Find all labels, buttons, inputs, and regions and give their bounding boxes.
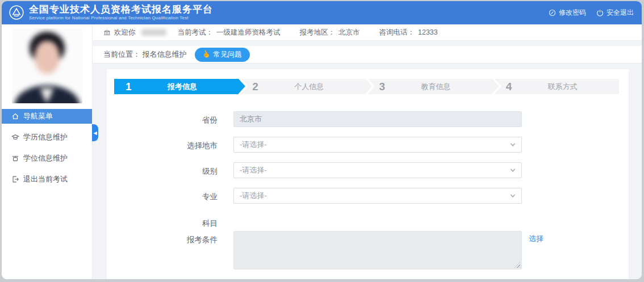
faq-button-label: 常见问题 xyxy=(214,50,242,60)
breadcrumb-label: 当前位置： xyxy=(103,50,140,58)
greeting-label: 欢迎你 xyxy=(114,28,136,37)
city-select-value: -请选择- xyxy=(240,140,267,150)
major-label: 专业 xyxy=(113,188,233,202)
main-content: 欢迎你 当前考试： 一级建造师资格考试 报考地区： 北京市 咨询电话： 1233… xyxy=(93,24,642,279)
level-label: 级别 xyxy=(113,162,233,176)
region-label: 报考地区： xyxy=(300,28,336,37)
sidebar-item-degree-info[interactable]: 学位信息维护 xyxy=(2,151,92,166)
conditions-textarea xyxy=(233,231,522,270)
step-number: 1 xyxy=(114,81,132,93)
city-select[interactable]: -请选择- xyxy=(233,137,522,153)
welcome-bar: 欢迎你 当前考试： 一级建造师资格考试 报考地区： 北京市 咨询电话： 1233… xyxy=(93,24,642,41)
home-icon xyxy=(11,112,19,120)
sidebar-item-exit-current-exam[interactable]: 退出当前考试 xyxy=(2,172,92,187)
logout-icon xyxy=(11,175,19,183)
sidebar-item-education-info[interactable]: 学历信息维护 xyxy=(2,130,92,145)
step-contact-info[interactable]: 4 联系方式 xyxy=(495,79,619,94)
current-exam-label: 当前考试： xyxy=(178,28,214,37)
header-bar: 全国专业技术人员资格考试报名服务平台 Service platform for … xyxy=(2,1,642,24)
city-label: 选择地市 xyxy=(113,137,233,151)
conditions-select-link[interactable]: 选择 xyxy=(529,234,543,244)
step-label: 个人信息 xyxy=(258,82,366,92)
step-personal-info[interactable]: 2 个人信息 xyxy=(241,79,365,94)
sidebar-item-label: 退出当前考试 xyxy=(23,174,68,184)
change-password-label: 修改密码 xyxy=(559,8,586,18)
resize-handle-icon[interactable] xyxy=(515,262,520,268)
sidebar-collapse-toggle[interactable]: ◀ xyxy=(92,124,98,141)
app-window: 全国专业技术人员资格考试报名服务平台 Service platform for … xyxy=(2,1,642,279)
page-subtitle: Service platform for National Profession… xyxy=(29,16,213,21)
chevron-down-icon xyxy=(510,167,516,173)
safe-logout-button[interactable]: 安全退出 xyxy=(596,8,634,18)
platform-logo-icon xyxy=(9,5,24,20)
edit-circle-icon xyxy=(549,9,556,16)
breadcrumb: 当前位置： 报名信息维护 xyxy=(103,49,187,60)
redacted-username xyxy=(141,29,166,36)
region-value: 北京市 xyxy=(338,28,360,37)
major-select-value: -请选择- xyxy=(240,191,267,201)
conditions-label: 报考条件 xyxy=(113,231,233,245)
province-label: 省份 xyxy=(113,111,233,125)
step-label: 报考信息 xyxy=(132,82,239,92)
sidebar: 导航菜单 学历信息维护 学位信息维护 xyxy=(2,24,93,279)
power-icon xyxy=(596,9,604,16)
province-field xyxy=(233,111,522,127)
change-password-button[interactable]: 修改密码 xyxy=(549,8,586,18)
step-label: 联系方式 xyxy=(512,82,619,92)
page-title: 全国专业技术人员资格考试报名服务平台 xyxy=(29,5,213,15)
hotline-value: 12333 xyxy=(418,28,438,36)
sidebar-item-label: 导航菜单 xyxy=(23,111,53,121)
major-select[interactable]: -请选择- xyxy=(233,188,522,204)
step-education-info[interactable]: 3 教育信息 xyxy=(368,79,492,94)
safe-logout-label: 安全退出 xyxy=(607,8,634,18)
faq-button[interactable]: ☝ 常见问题 xyxy=(195,48,250,62)
step-registration-info[interactable]: 1 报考信息 xyxy=(114,79,239,94)
chevron-down-icon xyxy=(510,193,516,199)
degree-icon xyxy=(11,154,19,162)
sidebar-item-label: 学位信息维护 xyxy=(23,153,68,163)
sidebar-item-navigation-menu[interactable]: 导航菜单 xyxy=(2,109,92,124)
registration-form-card: 1 报考信息 2 个人信息 3 教育信息 4 联系方式 xyxy=(107,69,629,279)
level-select[interactable]: -请选择- xyxy=(233,162,522,178)
step-label: 教育信息 xyxy=(385,82,492,92)
hotline-label: 咨询电话： xyxy=(379,28,415,37)
brand: 全国专业技术人员资格考试报名服务平台 Service platform for … xyxy=(9,5,213,21)
wizard-stepper: 1 报考信息 2 个人信息 3 教育信息 4 联系方式 xyxy=(114,79,621,94)
sidebar-item-label: 学历信息维护 xyxy=(23,132,68,142)
applicant-photo xyxy=(12,28,82,103)
breadcrumb-value: 报名信息维护 xyxy=(143,50,187,58)
pointing-hand-icon: ☝ xyxy=(200,49,211,60)
chevron-down-icon xyxy=(510,142,516,148)
breadcrumb-bar: 当前位置： 报名信息维护 ☝ 常见问题 xyxy=(93,46,642,64)
subject-label: 科目 xyxy=(113,218,233,229)
registration-form: 省份 选择地市 -请选择- xyxy=(113,111,622,270)
education-icon xyxy=(11,133,19,141)
current-exam-value: 一级建造师资格考试 xyxy=(216,28,281,37)
institution-icon xyxy=(103,29,111,36)
level-select-value: -请选择- xyxy=(240,165,267,175)
